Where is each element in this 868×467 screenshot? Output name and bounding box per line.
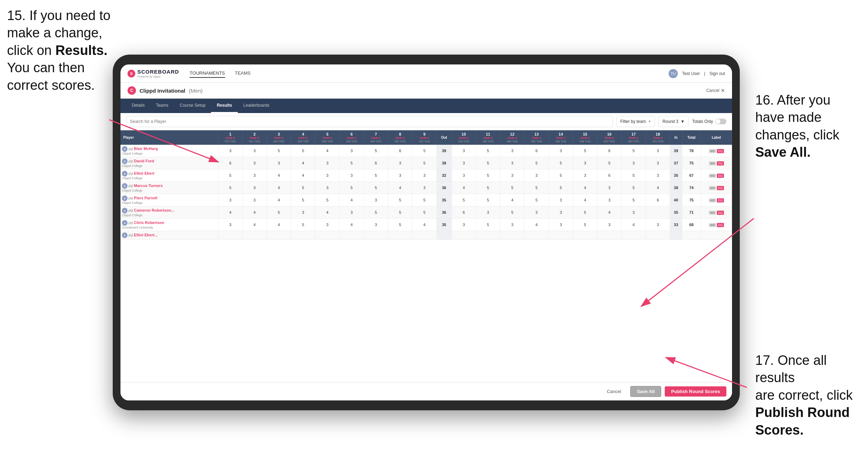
score-back-18[interactable]: 6 xyxy=(646,194,670,206)
label-dq[interactable]: DQ xyxy=(717,174,724,178)
score-front-2[interactable]: 4 xyxy=(242,206,267,219)
score-front-5[interactable] xyxy=(315,231,340,240)
tab-leaderboards[interactable]: Leaderboards xyxy=(238,99,275,113)
score-front-7[interactable]: 3 xyxy=(364,194,388,206)
score-front-1[interactable]: 6 xyxy=(218,157,242,169)
score-back-13[interactable]: 5 xyxy=(525,157,549,169)
sign-out-link[interactable]: Sign out xyxy=(709,71,725,76)
score-front-7[interactable]: 3 xyxy=(364,219,388,231)
score-back-14[interactable]: 3 xyxy=(549,206,573,219)
score-back-18[interactable]: 3 xyxy=(646,219,670,231)
score-front-2[interactable]: 3 xyxy=(242,145,267,157)
score-front-6[interactable]: 3 xyxy=(340,206,364,219)
score-back-11[interactable]: 5 xyxy=(476,157,500,169)
score-back-16[interactable]: 3 xyxy=(597,194,621,206)
label-dq[interactable]: DQ xyxy=(717,198,724,203)
score-front-1[interactable]: 5 xyxy=(218,169,242,182)
score-back-15[interactable]: 5 xyxy=(573,219,597,231)
score-front-4[interactable]: 5 xyxy=(291,194,315,206)
score-front-4[interactable]: 5 xyxy=(291,219,315,231)
score-back-10[interactable]: 4 xyxy=(452,182,476,194)
score-back-17[interactable] xyxy=(621,231,646,240)
score-front-8[interactable]: 5 xyxy=(388,219,412,231)
score-front-7[interactable]: 6 xyxy=(364,157,388,169)
score-front-6[interactable]: 4 xyxy=(340,194,364,206)
toggle-switch[interactable] xyxy=(715,119,726,124)
player-name[interactable]: Cameron Robertson... xyxy=(134,208,174,212)
tab-course-setup[interactable]: Course Setup xyxy=(174,99,211,113)
nav-teams[interactable]: TEAMS xyxy=(235,69,251,78)
score-front-3[interactable]: 4 xyxy=(267,182,291,194)
score-front-2[interactable]: 4 xyxy=(242,219,267,231)
score-front-1[interactable] xyxy=(218,231,242,240)
score-back-13[interactable] xyxy=(525,231,549,240)
score-front-9[interactable]: 4 xyxy=(412,219,436,231)
score-front-3[interactable] xyxy=(267,231,291,240)
totals-only-toggle[interactable]: Totals Only xyxy=(692,119,726,124)
score-back-10[interactable]: 5 xyxy=(452,194,476,206)
score-back-11[interactable]: 5 xyxy=(476,145,500,157)
score-back-10[interactable]: 3 xyxy=(452,145,476,157)
score-front-2[interactable]: 3 xyxy=(242,169,267,182)
score-back-10[interactable]: 3 xyxy=(452,157,476,169)
player-name[interactable]: Chris Robertson xyxy=(134,220,164,225)
cancel-button-top[interactable]: Cancel ✕ xyxy=(706,88,725,93)
label-wd[interactable]: WD xyxy=(709,174,716,178)
score-back-18[interactable] xyxy=(646,206,670,219)
score-back-14[interactable]: 3 xyxy=(549,194,573,206)
player-name[interactable]: Blair McHarg xyxy=(134,147,158,151)
score-back-11[interactable] xyxy=(476,231,500,240)
score-back-16[interactable]: 3 xyxy=(597,219,621,231)
score-front-6[interactable]: 3 xyxy=(340,145,364,157)
nav-tournaments[interactable]: TOURNAMENTS xyxy=(190,69,225,78)
score-back-12[interactable]: 4 xyxy=(500,194,525,206)
save-all-button[interactable]: Save All xyxy=(630,386,661,397)
tab-details[interactable]: Details xyxy=(126,99,150,113)
score-back-17[interactable]: 5 xyxy=(621,145,646,157)
score-back-16[interactable] xyxy=(597,231,621,240)
score-back-14[interactable]: 3 xyxy=(549,219,573,231)
score-front-4[interactable]: 4 xyxy=(291,157,315,169)
score-front-4[interactable]: 3 xyxy=(291,206,315,219)
score-back-18[interactable]: 4 xyxy=(646,182,670,194)
score-front-8[interactable]: 5 xyxy=(388,206,412,219)
score-front-2[interactable]: 3 xyxy=(242,182,267,194)
score-back-11[interactable]: 5 xyxy=(476,194,500,206)
score-back-15[interactable]: 4 xyxy=(573,194,597,206)
score-front-1[interactable]: 3 xyxy=(218,145,242,157)
score-front-1[interactable]: 4 xyxy=(218,206,242,219)
score-back-13[interactable]: 4 xyxy=(525,219,549,231)
score-back-18[interactable]: 3 xyxy=(646,157,670,169)
score-back-16[interactable]: 6 xyxy=(597,145,621,157)
score-back-15[interactable]: 3 xyxy=(573,169,597,182)
label-dq[interactable]: DQ xyxy=(717,161,724,166)
label-dq[interactable]: DQ xyxy=(717,149,724,153)
score-back-18[interactable] xyxy=(646,231,670,240)
score-back-17[interactable]: 3 xyxy=(621,157,646,169)
score-back-13[interactable]: 3 xyxy=(525,169,549,182)
score-back-12[interactable]: 3 xyxy=(500,219,525,231)
label-wd[interactable]: WD xyxy=(709,198,716,203)
score-front-1[interactable]: 3 xyxy=(218,219,242,231)
score-front-9[interactable] xyxy=(412,231,436,240)
score-back-13[interactable]: 5 xyxy=(525,194,549,206)
score-back-17[interactable]: 5 xyxy=(621,194,646,206)
label-dq[interactable]: DQ xyxy=(717,211,724,215)
label-dq[interactable]: DQ xyxy=(717,186,724,190)
score-front-7[interactable]: 5 xyxy=(364,145,388,157)
score-back-13[interactable]: 3 xyxy=(525,206,549,219)
score-front-2[interactable]: 3 xyxy=(242,157,267,169)
score-back-16[interactable]: 3 xyxy=(597,182,621,194)
score-front-8[interactable] xyxy=(388,231,412,240)
score-front-5[interactable]: 4 xyxy=(315,206,340,219)
label-wd[interactable]: WD xyxy=(709,161,716,166)
score-back-18[interactable]: 3 xyxy=(646,169,670,182)
label-wd[interactable]: WD xyxy=(709,186,716,190)
score-back-10[interactable] xyxy=(452,231,476,240)
score-back-12[interactable]: 3 xyxy=(500,145,525,157)
score-back-12[interactable]: 5 xyxy=(500,206,525,219)
score-front-3[interactable]: 4 xyxy=(267,219,291,231)
score-back-14[interactable]: 5 xyxy=(549,182,573,194)
score-back-15[interactable]: 5 xyxy=(573,145,597,157)
cancel-button-bottom[interactable]: Cancel xyxy=(601,386,627,397)
